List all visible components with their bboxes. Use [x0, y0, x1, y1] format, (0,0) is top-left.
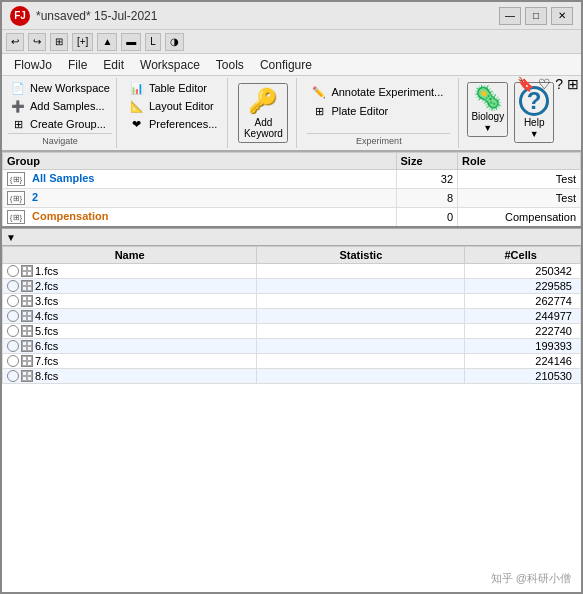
menu-edit[interactable]: Edit — [95, 56, 132, 74]
file-row[interactable]: 6.fcs 199393 — [3, 339, 581, 354]
table-divider: ▼ — [2, 228, 581, 246]
file-cells: 224146 — [465, 354, 581, 369]
file-statistic — [257, 279, 465, 294]
add-keyword-button[interactable]: 🔑 AddKeyword — [238, 83, 288, 143]
grid-icon — [21, 265, 33, 277]
file-icon-group: 1.fcs — [7, 265, 252, 277]
maximize-button[interactable]: □ — [525, 7, 547, 25]
group-compensation-name: Compensation — [32, 210, 108, 222]
file-name: 3.fcs — [35, 295, 58, 307]
L-tool-button[interactable]: L — [145, 33, 161, 51]
file-cells: 210530 — [465, 369, 581, 384]
file-row[interactable]: 8.fcs 210530 — [3, 369, 581, 384]
menu-bar: FlowJo File Edit Workspace Tools Configu… — [2, 54, 581, 76]
file-icon-group: 6.fcs — [7, 340, 252, 352]
circle-icon — [7, 370, 19, 382]
line-tool-button[interactable]: ▬ — [121, 33, 141, 51]
file-row[interactable]: 3.fcs 262774 — [3, 294, 581, 309]
group-2-row[interactable]: {⊞} 2 8 Test — [3, 189, 581, 208]
grid-icon — [21, 295, 33, 307]
biology-button[interactable]: 🦠 Biology ▼ — [467, 82, 508, 137]
group-all-samples-row[interactable]: {⊞} All Samples 32 Test — [3, 170, 581, 189]
file-cells: 199393 — [465, 339, 581, 354]
group-compensation-row[interactable]: {⊞} Compensation 0 Compensation — [3, 208, 581, 228]
add-samples-icon: ➕ — [10, 99, 26, 113]
grid-icon — [21, 325, 33, 337]
group-name-header: Group — [3, 153, 397, 170]
file-name: 8.fcs — [35, 370, 58, 382]
preferences-button[interactable]: ❤ Preferences... — [125, 116, 221, 132]
question-icon[interactable]: ? — [555, 76, 563, 92]
file-name: 6.fcs — [35, 340, 58, 352]
circle-icon — [7, 310, 19, 322]
menu-tools[interactable]: Tools — [208, 56, 252, 74]
file-icon-group: 4.fcs — [7, 310, 252, 322]
file-row[interactable]: 5.fcs 222740 — [3, 324, 581, 339]
grid-icon-btn[interactable]: ⊞ — [567, 76, 579, 92]
minimize-button[interactable]: — — [499, 7, 521, 25]
annotate-icon: ✏️ — [311, 85, 327, 99]
undo-button[interactable]: ↩ — [6, 33, 24, 51]
new-workspace-button[interactable]: 📄 New Workspace — [8, 80, 112, 96]
heart-icon[interactable]: ♡ — [538, 76, 551, 92]
file-statistic — [257, 294, 465, 309]
file-statistic — [257, 309, 465, 324]
window-title: *unsaved* 15-Jul-2021 — [36, 9, 157, 23]
file-row[interactable]: 4.fcs 244977 — [3, 309, 581, 324]
file-row[interactable]: 7.fcs 224146 — [3, 354, 581, 369]
grid-tool-button[interactable]: ⊞ — [50, 33, 68, 51]
file-icon-group: 3.fcs — [7, 295, 252, 307]
file-cells: 229585 — [465, 279, 581, 294]
circle-icon — [7, 295, 19, 307]
add-tool-button[interactable]: [+] — [72, 33, 93, 51]
add-samples-button[interactable]: ➕ Add Samples... — [8, 98, 112, 114]
file-name: 7.fcs — [35, 355, 58, 367]
menu-configure[interactable]: Configure — [252, 56, 320, 74]
navigate-section: 📄 New Workspace ➕ Add Samples... ⊞ Creat… — [4, 78, 117, 148]
group-role-header: Role — [458, 153, 581, 170]
redo-button[interactable]: ↪ — [28, 33, 46, 51]
file-statistic — [257, 339, 465, 354]
navigate-label: Navigate — [8, 133, 112, 146]
layout-editor-icon: 📐 — [129, 99, 145, 113]
preferences-icon: ❤ — [129, 117, 145, 131]
plate-editor-button[interactable]: ⊞ Plate Editor — [307, 103, 450, 119]
expand-arrow-icon[interactable]: ▼ — [6, 232, 16, 243]
layout-editor-button[interactable]: 📐 Layout Editor — [125, 98, 221, 114]
window-controls: — □ ✕ — [499, 7, 573, 25]
triangle-tool-button[interactable]: ▲ — [97, 33, 117, 51]
group-compensation-role: Compensation — [458, 208, 581, 228]
title-bar: FJ *unsaved* 15-Jul-2021 — □ ✕ — [2, 2, 581, 30]
files-cells-header: #Cells — [465, 247, 581, 264]
menu-flowjo[interactable]: FlowJo — [6, 56, 60, 74]
bookmark-icon[interactable]: 🔖 — [517, 76, 534, 92]
create-group-button[interactable]: ⊞ Create Group... — [8, 116, 112, 132]
circle-icon — [7, 340, 19, 352]
file-name: 5.fcs — [35, 325, 58, 337]
add-keyword-icon: 🔑 — [247, 87, 279, 115]
group-icon-compensation: {⊞} — [7, 210, 25, 224]
close-button[interactable]: ✕ — [551, 7, 573, 25]
grid-icon — [21, 355, 33, 367]
create-group-icon: ⊞ — [10, 117, 26, 131]
menu-file[interactable]: File — [60, 56, 95, 74]
group-2-size: 8 — [396, 189, 457, 208]
experiment-label: Experiment — [307, 133, 450, 146]
table-editor-button[interactable]: 📊 Table Editor — [125, 80, 221, 96]
annotate-experiment-button[interactable]: ✏️ Annotate Experiment... — [307, 84, 450, 100]
file-icon-group: 2.fcs — [7, 280, 252, 292]
file-cells: 262774 — [465, 294, 581, 309]
menu-workspace[interactable]: Workspace — [132, 56, 208, 74]
file-icon-group: 7.fcs — [7, 355, 252, 367]
group-icon-all: {⊞} — [7, 172, 25, 186]
circle-tool-button[interactable]: ◑ — [165, 33, 184, 51]
group-all-samples-size: 32 — [396, 170, 457, 189]
circle-icon — [7, 280, 19, 292]
table-editor-icon: 📊 — [129, 81, 145, 95]
file-row[interactable]: 1.fcs 250342 — [3, 264, 581, 279]
grid-icon — [21, 340, 33, 352]
circle-icon — [7, 265, 19, 277]
file-statistic — [257, 324, 465, 339]
file-row[interactable]: 2.fcs 229585 — [3, 279, 581, 294]
file-name: 1.fcs — [35, 265, 58, 277]
